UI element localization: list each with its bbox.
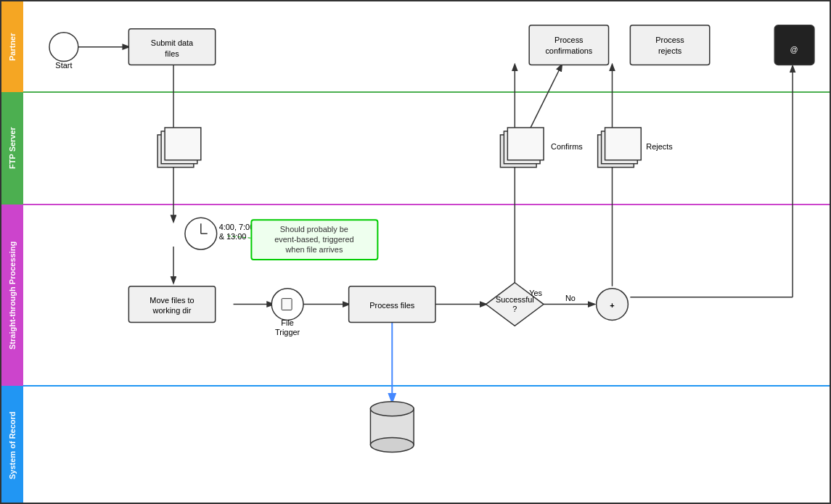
file-trigger-doc — [282, 299, 292, 310]
process-confirmations-label1: Process — [554, 36, 584, 44]
yes-label: Yes — [529, 289, 542, 297]
process-rejects-label2: rejects — [658, 46, 682, 55]
lane-system: System of Record — [1, 386, 23, 504]
confirms-doc3 — [507, 128, 544, 160]
ftp-files-doc3 — [165, 128, 201, 160]
process-confirmations-label2: confirmations — [545, 46, 592, 55]
db-bottom — [370, 438, 414, 453]
move-files-label2: working dir — [152, 307, 192, 315]
diagram-container: Partner FTP Server Straight-through Proc… — [0, 0, 831, 504]
confirms-label: Confirms — [551, 142, 583, 151]
diagram-content: Start Submit data files Confirms Rejects — [23, 1, 830, 503]
file-trigger-label2: Trigger — [275, 328, 300, 336]
lane-ftp: FTP Server — [1, 92, 23, 205]
process-files-label: Process files — [369, 301, 414, 310]
no-label: No — [565, 294, 576, 302]
lane-straight: Straight-through Processing — [1, 205, 23, 386]
submit-data-label2: files — [165, 49, 179, 58]
timer-time2: & 13:00 — [219, 232, 247, 241]
comment-text1: Should probably be — [280, 225, 348, 234]
rejects-label: Rejects — [646, 142, 673, 151]
successful-label1: Successful — [496, 295, 534, 304]
comment-text2: event-based, triggered — [274, 235, 353, 244]
arrow-confirms-process — [527, 65, 562, 134]
process-rejects-label1: Process — [655, 36, 684, 44]
rejects-doc3 — [605, 128, 642, 160]
email-icon-at: @ — [790, 45, 798, 54]
successful-label2: ? — [512, 305, 517, 313]
lane-partner: Partner — [1, 1, 23, 92]
diagram-svg: Start Submit data files Confirms Rejects — [23, 1, 830, 503]
submit-data-label: Submit data — [151, 38, 194, 47]
comment-text3: when file arrives — [284, 245, 343, 254]
db-top — [370, 402, 414, 416]
timer-time1: 4:00, 7:00 — [219, 223, 255, 231]
file-trigger-label1: File — [281, 318, 294, 327]
lane-labels: Partner FTP Server Straight-through Proc… — [1, 1, 23, 503]
start-label: Start — [55, 61, 72, 70]
process-rejects-box — [630, 25, 709, 65]
process-confirmations-box — [529, 25, 608, 65]
plus-gateway-label: + — [610, 301, 614, 310]
move-files-label1: Move files to — [150, 296, 194, 305]
start-circle — [49, 33, 78, 62]
